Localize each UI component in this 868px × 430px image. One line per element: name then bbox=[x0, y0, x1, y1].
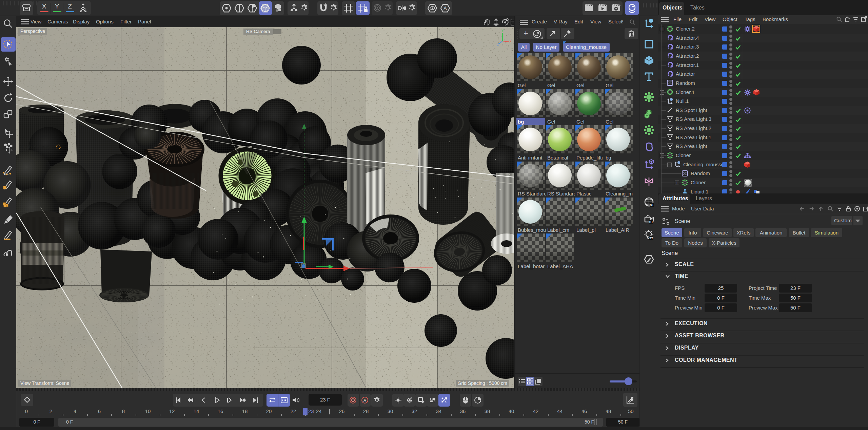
svg-text:Y: Y bbox=[501, 29, 504, 33]
svg-text:A: A bbox=[443, 5, 447, 11]
svg-text:A: A bbox=[363, 398, 366, 403]
svg-text:X: X bbox=[510, 40, 511, 43]
svg-text:Z: Z bbox=[497, 42, 499, 46]
svg-text:ST: ST bbox=[649, 237, 653, 240]
svg-text:ST: ST bbox=[650, 203, 654, 207]
svg-text:ST: ST bbox=[649, 220, 653, 224]
